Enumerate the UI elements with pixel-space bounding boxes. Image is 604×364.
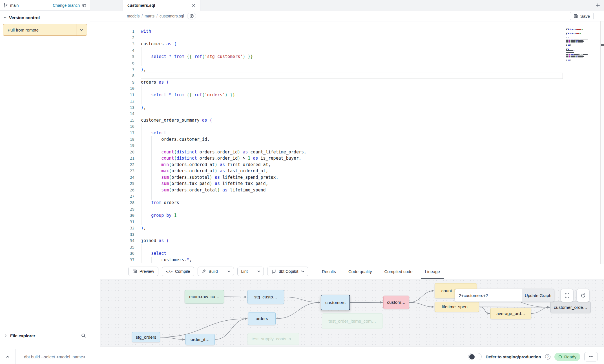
minimap[interactable] bbox=[566, 27, 590, 61]
line-number: 37 bbox=[90, 258, 134, 262]
lineage-node-order_items[interactable]: order_it… bbox=[185, 334, 215, 345]
lineage-node-stg_orders[interactable]: stg_orders bbox=[132, 332, 160, 342]
collapse-command-bar-button[interactable] bbox=[0, 349, 16, 364]
lint-label: Lint bbox=[241, 269, 248, 274]
change-branch-link[interactable]: Change branch bbox=[53, 3, 80, 8]
code-text bbox=[141, 111, 563, 117]
fullscreen-button[interactable] bbox=[560, 289, 574, 302]
tab-bar: customers.sql bbox=[90, 0, 604, 11]
tab-results[interactable]: Results bbox=[322, 264, 336, 279]
code-line: 11 select * from {{ ref('orders') }} bbox=[90, 91, 604, 98]
code-line: 16 bbox=[90, 123, 604, 130]
code-text: sum(orders.order_total) as lifetime_spen… bbox=[141, 187, 563, 193]
main-pane: customers.sql models/marts/customers.sql… bbox=[90, 0, 604, 349]
lint-main[interactable]: Lint bbox=[238, 267, 251, 276]
code-line: 25 sum(orders.tax_paid) as lifetime_tax_… bbox=[90, 180, 604, 187]
code-line: 27 bbox=[90, 193, 604, 200]
code-editor[interactable]: 1with23customers as (45 select * from {{… bbox=[90, 21, 604, 264]
lineage-node-test_order_items[interactable]: test_order_items_com… bbox=[322, 313, 383, 329]
build-button[interactable]: Build bbox=[198, 267, 234, 276]
save-label: Save bbox=[580, 14, 590, 19]
code-text: customers.*, bbox=[141, 257, 563, 263]
lineage-search-input[interactable]: 2+customers+2 bbox=[455, 289, 522, 302]
code-line: 10 bbox=[90, 85, 604, 92]
line-number: 12 bbox=[90, 99, 134, 103]
command-input[interactable]: dbt build --select <model_name> bbox=[16, 354, 468, 359]
more-options-button[interactable] bbox=[584, 352, 598, 361]
code-text: sum(orders.tax_paid) as lifetime_tax_pai… bbox=[141, 180, 563, 187]
preview-label: Preview bbox=[140, 269, 154, 274]
search-icon[interactable] bbox=[81, 333, 86, 338]
build-main[interactable]: Build bbox=[198, 267, 221, 276]
lineage-node-stg_customers[interactable]: stg_custo… bbox=[247, 290, 284, 304]
help-icon[interactable]: ? bbox=[545, 354, 550, 359]
line-number: 13 bbox=[90, 105, 134, 110]
code-line: 2 bbox=[90, 35, 604, 41]
preview-button[interactable]: Preview bbox=[128, 267, 158, 276]
code-line: 3customers as ( bbox=[90, 41, 604, 47]
code-text: count(distinct orders.order_id) > 1 as i… bbox=[141, 155, 563, 162]
breadcrumb-item[interactable]: models bbox=[127, 14, 140, 18]
code-text: orders.customer_id, bbox=[141, 136, 563, 142]
branch-bar: main Change branch bbox=[0, 0, 90, 11]
tab-compiled-code[interactable]: Compiled code bbox=[384, 264, 412, 279]
tab-customers-sql[interactable]: customers.sql bbox=[123, 0, 200, 11]
tab-lineage[interactable]: Lineage bbox=[425, 264, 440, 279]
refresh-button[interactable] bbox=[576, 289, 590, 302]
build-dropdown-chevron[interactable] bbox=[224, 267, 234, 276]
lineage-node-ecom[interactable]: ecom.raw_cu… bbox=[185, 290, 224, 303]
lineage-node-test_supply[interactable]: test_supply_costs_s… bbox=[247, 333, 299, 345]
copy-icon[interactable] bbox=[82, 3, 87, 8]
pull-from-remote-label[interactable]: Pull from remote bbox=[3, 24, 76, 35]
save-button[interactable]: Save bbox=[570, 12, 594, 20]
code-text bbox=[141, 35, 563, 41]
file-explorer-section[interactable]: File explorer bbox=[0, 330, 90, 341]
code-line: 28 from orders bbox=[90, 200, 604, 206]
code-line: 20 count(distinct orders.order_id) as co… bbox=[90, 149, 604, 155]
copilot-chevron-icon bbox=[301, 270, 304, 273]
update-graph-button[interactable]: Update Graph bbox=[522, 289, 554, 302]
line-number: 15 bbox=[90, 118, 134, 122]
code-line: 29 bbox=[90, 206, 604, 212]
lint-button[interactable]: Lint bbox=[237, 267, 264, 276]
pull-from-remote-button[interactable]: Pull from remote bbox=[3, 24, 87, 36]
version-control-title: Version control bbox=[9, 15, 40, 20]
editor-scrollbar[interactable] bbox=[600, 21, 604, 264]
lineage-node-average_order[interactable]: average_ord… bbox=[490, 308, 531, 319]
lineage-node-customers[interactable]: customers bbox=[321, 295, 350, 310]
build-label: Build bbox=[209, 269, 218, 274]
breadcrumb-item[interactable]: customers.sql bbox=[160, 14, 184, 18]
lineage-node-customers_snap[interactable]: custom… bbox=[383, 296, 409, 309]
new-tab-button[interactable] bbox=[591, 0, 604, 11]
line-number: 9 bbox=[90, 80, 134, 84]
lineage-node-orders[interactable]: orders bbox=[248, 312, 276, 325]
code-line: 15customer_orders_summary as ( bbox=[90, 117, 604, 124]
scrollbar-thumb[interactable] bbox=[601, 44, 604, 46]
lineage-node-customer_orders[interactable]: customer_orde… bbox=[550, 302, 591, 313]
defer-toggle[interactable] bbox=[468, 353, 482, 360]
code-line: 34joined as ( bbox=[90, 238, 604, 244]
compass-icon[interactable] bbox=[187, 13, 196, 19]
code-icon: </> bbox=[166, 269, 172, 274]
lineage-node-lifetime_spend[interactable]: lifetime_spen… bbox=[435, 302, 479, 312]
code-text: ), bbox=[141, 66, 563, 73]
code-line: 7), bbox=[90, 66, 604, 73]
dbt-copilot-button[interactable]: dbt Copilot bbox=[267, 267, 308, 276]
code-line: 14 bbox=[90, 111, 604, 117]
code-text bbox=[141, 206, 563, 212]
tab-code-quality[interactable]: Code quality bbox=[348, 264, 372, 279]
compile-button[interactable]: </> Compile bbox=[162, 267, 194, 276]
code-text bbox=[141, 60, 563, 66]
version-control-header[interactable]: Version control bbox=[0, 11, 90, 23]
code-line: 1with bbox=[90, 28, 604, 35]
lint-dropdown-chevron[interactable] bbox=[254, 267, 264, 276]
line-number: 16 bbox=[90, 124, 134, 129]
code-text: select * from {{ ref('stg_customers') }} bbox=[141, 53, 563, 60]
line-number: 30 bbox=[90, 213, 134, 218]
pull-dropdown-chevron[interactable] bbox=[76, 24, 87, 35]
code-text bbox=[141, 244, 563, 251]
close-icon[interactable] bbox=[192, 3, 196, 7]
code-line: 33 bbox=[90, 231, 604, 238]
breadcrumb-item[interactable]: marts bbox=[145, 14, 154, 18]
code-text bbox=[141, 98, 563, 104]
